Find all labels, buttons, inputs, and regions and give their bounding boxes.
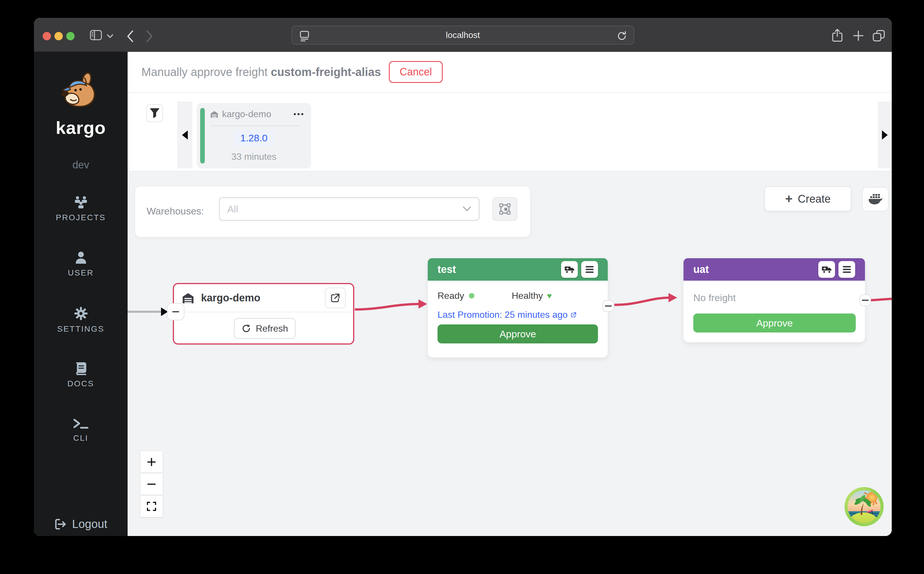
page-title-prefix: Manually approve freight — [141, 66, 268, 78]
logout-button[interactable]: Logout — [34, 517, 128, 531]
freight-truck-button[interactable] — [561, 261, 578, 278]
minus-icon — [172, 311, 179, 312]
terminal-icon — [73, 418, 89, 429]
create-button[interactable]: + Create — [764, 186, 851, 211]
freight-warehouse-name: kargo-demo — [222, 109, 271, 120]
truck-icon — [821, 265, 832, 274]
stage-menu-button[interactable] — [839, 261, 855, 278]
scroll-left-arrow-icon — [182, 130, 188, 140]
freight-version-tag[interactable]: 1.28.0 — [234, 130, 274, 146]
stage-header: uat — [684, 258, 865, 281]
sidebar-item-label: DOCS — [34, 379, 128, 388]
zoom-window-button[interactable] — [66, 32, 74, 40]
browser-titlebar: localhost — [34, 18, 892, 52]
screen: localhost — [0, 0, 924, 574]
main-content: Manually approve freight custom-freight-… — [128, 52, 892, 536]
forward-button-icon[interactable] — [145, 30, 154, 43]
timeline-scroll-left[interactable] — [177, 102, 193, 168]
sidebar-item-projects[interactable]: PROJECTS — [34, 196, 128, 222]
freight-card[interactable]: kargo-demo 1.28.0 33 minutes — [197, 103, 311, 169]
filter-button[interactable] — [146, 104, 163, 122]
refresh-button[interactable]: Refresh — [234, 318, 295, 339]
warehouse-icon — [182, 292, 195, 304]
warehouse-node[interactable]: kargo-demo — [173, 283, 354, 345]
sidebar-item-cli[interactable]: CLI — [34, 418, 128, 443]
kargo-wordmark: kargo — [34, 117, 128, 138]
sidebar-chevron-down-icon[interactable] — [107, 34, 114, 39]
collapse-handle-warehouse[interactable] — [167, 303, 184, 320]
refresh-label: Refresh — [256, 323, 288, 334]
sidebar-toggle-icon[interactable] — [90, 29, 102, 41]
warehouses-selected-value: All — [227, 203, 238, 215]
sidebar-item-label: CLI — [34, 434, 128, 443]
collapse-handle-uat[interactable] — [859, 295, 871, 306]
scroll-right-arrow-icon — [882, 130, 888, 140]
minimize-window-button[interactable] — [54, 32, 63, 40]
stage-name: uat — [693, 263, 709, 276]
share-icon[interactable] — [831, 28, 843, 43]
stage-menu-button[interactable] — [581, 261, 598, 278]
reload-icon[interactable] — [616, 30, 627, 41]
no-freight-label: No freight — [693, 292, 736, 303]
timeline-scroll-right[interactable] — [878, 102, 892, 168]
logout-label: Logout — [72, 517, 107, 531]
last-promotion-link[interactable]: Last Promotion: 25 minutes ago — [438, 309, 577, 320]
docker-whale-icon — [868, 194, 883, 205]
sidebar-item-label: PROJECTS — [34, 213, 128, 222]
page-title: Manually approve freight custom-freight-… — [141, 66, 381, 79]
docker-button[interactable] — [862, 187, 889, 211]
cancel-button[interactable]: Cancel — [389, 61, 442, 83]
external-link-icon — [570, 312, 577, 318]
warehouses-label: Warehouses: — [147, 205, 204, 217]
island-badge-icon[interactable] — [844, 486, 884, 527]
approve-button-uat[interactable]: Approve — [693, 314, 856, 333]
back-button-icon[interactable] — [126, 30, 135, 43]
user-icon — [74, 251, 88, 264]
fullscreen-brackets-icon — [146, 501, 157, 512]
zoom-out-button[interactable] — [140, 473, 163, 495]
fit-view-button[interactable] — [140, 495, 163, 517]
approve-button-test[interactable]: Approve — [438, 325, 598, 344]
sidebar-item-label: SETTINGS — [34, 325, 128, 334]
warehouses-select[interactable]: All — [219, 197, 480, 221]
pipeline-canvas[interactable]: Warehouses: All — [128, 172, 892, 536]
canvas-zoom-controls — [140, 451, 163, 517]
stage-header: test — [428, 258, 608, 281]
refresh-icon — [242, 323, 251, 333]
stage-image-button[interactable] — [493, 197, 517, 221]
sidebar-item-settings[interactable]: SETTINGS — [34, 307, 128, 334]
funnel-icon — [150, 108, 160, 118]
sidebar-item-docs[interactable]: DOCS — [34, 362, 128, 388]
warehouse-external-link-button[interactable] — [325, 288, 346, 308]
url-text: localhost — [446, 30, 480, 40]
zoom-in-button[interactable] — [140, 451, 163, 473]
warehouse-node-title: kargo-demo — [201, 292, 261, 304]
tab-overview-icon[interactable] — [872, 29, 885, 42]
stage-name: test — [438, 263, 456, 276]
kargo-app: kargo dev PROJECTS USER — [34, 52, 892, 536]
freight-alias: custom-freight-alias — [271, 66, 381, 78]
minus-icon — [605, 306, 612, 307]
hamburger-menu-icon — [842, 265, 851, 273]
book-icon — [74, 362, 88, 375]
stage-node-test[interactable]: test — [428, 258, 608, 358]
address-bar[interactable]: localhost — [292, 25, 634, 45]
freight-timeline: kargo-demo 1.28.0 33 minutes — [128, 93, 892, 172]
last-promotion-text: Last Promotion: 25 minutes ago — [438, 309, 568, 320]
freight-truck-button[interactable] — [818, 261, 835, 278]
browser-window: localhost — [34, 18, 892, 536]
zoom-in-plus-icon — [146, 457, 157, 467]
truck-icon — [564, 265, 575, 274]
freight-more-menu-icon[interactable] — [294, 113, 305, 115]
warehouse-icon — [210, 110, 219, 118]
page-icon — [299, 30, 310, 41]
new-tab-plus-icon[interactable] — [853, 30, 864, 41]
create-label: Create — [798, 193, 831, 205]
collapse-handle-test[interactable] — [603, 300, 614, 312]
close-window-button[interactable] — [43, 32, 51, 40]
sidebar-item-user[interactable]: USER — [34, 251, 128, 278]
divider — [174, 312, 353, 312]
environment-label: dev — [34, 159, 128, 171]
chevron-down-icon — [463, 206, 471, 212]
stage-node-uat[interactable]: uat — [684, 258, 865, 342]
